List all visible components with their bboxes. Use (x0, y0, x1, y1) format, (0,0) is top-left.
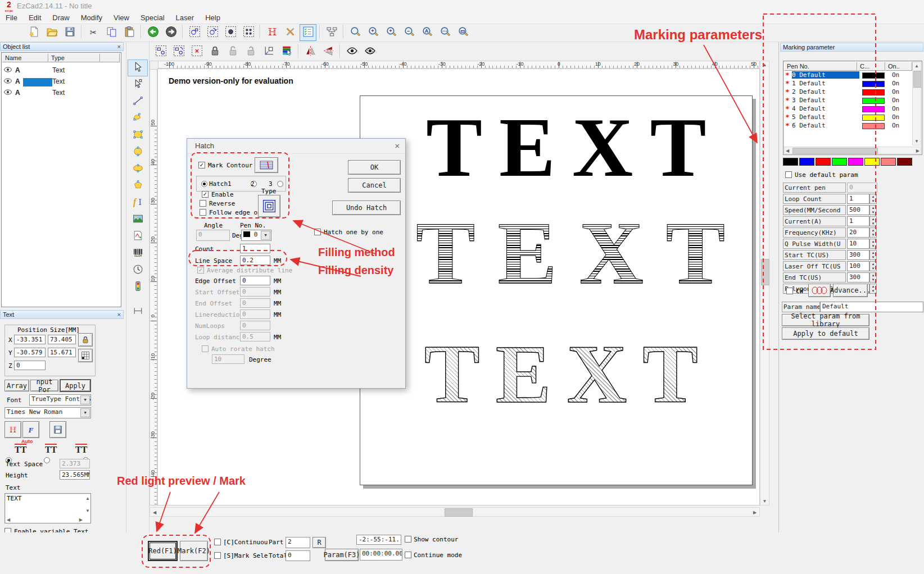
tool-curve[interactable] (128, 110, 148, 127)
enable-checkbox[interactable] (202, 191, 209, 198)
pen-hscroll-thumb[interactable] (792, 148, 878, 154)
text-panel-close-icon[interactable]: × (117, 311, 121, 318)
move-to-origin-button[interactable] (260, 43, 277, 60)
pen-on-state[interactable]: On (892, 97, 899, 104)
param-value-field[interactable]: 100 (847, 261, 869, 271)
ungroup-button[interactable] (170, 43, 187, 60)
pen-on-state[interactable]: On (892, 71, 899, 79)
param-value-field[interactable]: 500 (847, 205, 869, 215)
laser-test-button[interactable] (808, 284, 831, 297)
x-size-field[interactable]: 73.405 (48, 335, 76, 344)
y-position-field[interactable]: -30.579 (14, 348, 46, 357)
pan-button[interactable]: + (365, 24, 382, 41)
param-name-field[interactable]: Default (820, 302, 923, 312)
part-field[interactable]: 2 (286, 537, 310, 548)
zoom-page-button[interactable]: ▭ (455, 24, 472, 41)
palette-swatch[interactable] (848, 158, 863, 166)
canvas-hscrollbar[interactable]: ◀ ▶ (150, 507, 760, 517)
object-color-button[interactable] (278, 43, 295, 60)
tool-delay[interactable] (128, 262, 148, 279)
visible-eye-icon[interactable] (4, 66, 12, 74)
pen-vscroll-thumb[interactable] (913, 71, 921, 88)
scroll-up-icon[interactable]: ▲ (913, 63, 921, 69)
hatch1-radio[interactable] (201, 181, 207, 187)
palette-swatch[interactable] (897, 158, 912, 166)
hatch-type-button[interactable] (258, 195, 280, 217)
text-object-contour[interactable]: TEXT (424, 332, 714, 416)
chevron-down-icon[interactable]: ▼ (80, 395, 90, 404)
open-file-button[interactable] (43, 24, 60, 41)
scroll-right-icon[interactable]: ▶ (79, 517, 83, 522)
pen-name[interactable]: 2 Default (792, 88, 859, 95)
tool-vector-file[interactable] (128, 228, 148, 245)
zoom-window-button[interactable] (347, 24, 364, 41)
scroll-down-icon[interactable]: ▼ (913, 139, 921, 144)
menu-view[interactable]: View (108, 12, 135, 23)
undo-button[interactable] (144, 24, 161, 41)
palette-swatch[interactable] (881, 158, 896, 166)
red-light-button[interactable]: Red(F1) (148, 541, 178, 561)
param-value-field[interactable]: 300 (847, 250, 869, 260)
pen-color-swatch[interactable] (862, 98, 885, 104)
canvas-vscrollbar[interactable]: ▲ ▼ (760, 61, 769, 505)
anchor-grid-button[interactable] (78, 349, 93, 362)
paste-button[interactable] (121, 24, 138, 41)
y-size-field[interactable]: 15.671 (48, 348, 76, 357)
object-row[interactable]: AText (4, 89, 20, 99)
tool-rectangle[interactable] (128, 127, 148, 144)
pen-color-swatch[interactable] (862, 106, 885, 112)
pen-col-header[interactable]: Pen No. (784, 62, 857, 71)
continue-mode-checkbox[interactable] (405, 552, 411, 558)
menu-draw[interactable]: Draw (47, 12, 75, 23)
tools-button[interactable] (282, 24, 298, 41)
palette-swatch[interactable] (816, 158, 831, 166)
object-row[interactable]: AText (4, 66, 20, 76)
pen-name[interactable]: 4 Default (792, 105, 859, 112)
array-button[interactable]: Array (4, 380, 29, 391)
on-col-header[interactable]: On.. (885, 62, 912, 71)
input-port-button[interactable]: nput Por (30, 380, 58, 391)
spinner-icon[interactable]: ▲▼ (869, 250, 877, 260)
param-value-field[interactable]: 10 (847, 239, 869, 249)
cancel-button[interactable]: Cancel (348, 178, 401, 193)
cw-checkbox[interactable] (786, 288, 793, 294)
tool-select[interactable] (128, 60, 148, 76)
lock-button[interactable] (206, 43, 223, 60)
scroll-down-icon[interactable]: ▼ (760, 499, 769, 504)
scroll-left-icon[interactable]: ◀ (786, 148, 789, 153)
pen-color-swatch[interactable] (862, 81, 885, 87)
save-file-button[interactable] (61, 24, 78, 41)
group-button[interactable] (152, 43, 169, 60)
copy-button[interactable] (103, 24, 120, 41)
lock-ratio-button[interactable] (78, 333, 93, 347)
show-path-button[interactable] (361, 43, 378, 60)
spinner-icon[interactable]: ▲▼ (869, 216, 877, 226)
tool-ellipse[interactable] (128, 161, 148, 177)
font-name-select[interactable]: Times New Roman▼ (4, 407, 91, 418)
hatch3-radio[interactable] (277, 181, 283, 187)
menu-edit[interactable]: Edit (23, 12, 47, 23)
param-value-field[interactable]: 20 (847, 227, 869, 238)
pen-name[interactable]: 5 Default (792, 113, 859, 121)
pen-on-state[interactable]: On (892, 113, 899, 121)
menu-help[interactable]: Help (200, 12, 226, 23)
structure-button[interactable] (323, 24, 340, 41)
reverse-checkbox[interactable] (200, 200, 206, 207)
pen-color-swatch[interactable] (862, 115, 885, 121)
continuous-checkbox[interactable] (214, 539, 221, 545)
redo-button[interactable] (162, 24, 179, 41)
column-header-type[interactable]: Type (48, 53, 100, 62)
hatch-button[interactable]: H (264, 24, 280, 41)
x-position-field[interactable]: -33.351 (14, 335, 46, 344)
pen-on-state[interactable]: On (892, 122, 899, 129)
text-content-area[interactable]: TEXT ▲ ▼ ◀ ▶ (4, 493, 91, 523)
hscroll-thumb[interactable] (445, 508, 473, 517)
spinner-icon[interactable]: ▲▼ (869, 194, 877, 204)
pen-row[interactable]: *0 DefaultOn (784, 71, 912, 79)
follow-edge-checkbox[interactable] (200, 209, 206, 216)
hatch-text-button[interactable]: H (4, 421, 21, 438)
scroll-down-icon[interactable]: ▼ (85, 508, 90, 513)
spinner-icon[interactable]: ▲▼ (869, 227, 877, 238)
height-field[interactable]: 23.565MM (60, 470, 90, 480)
advance-button[interactable]: Advance... (833, 284, 868, 297)
